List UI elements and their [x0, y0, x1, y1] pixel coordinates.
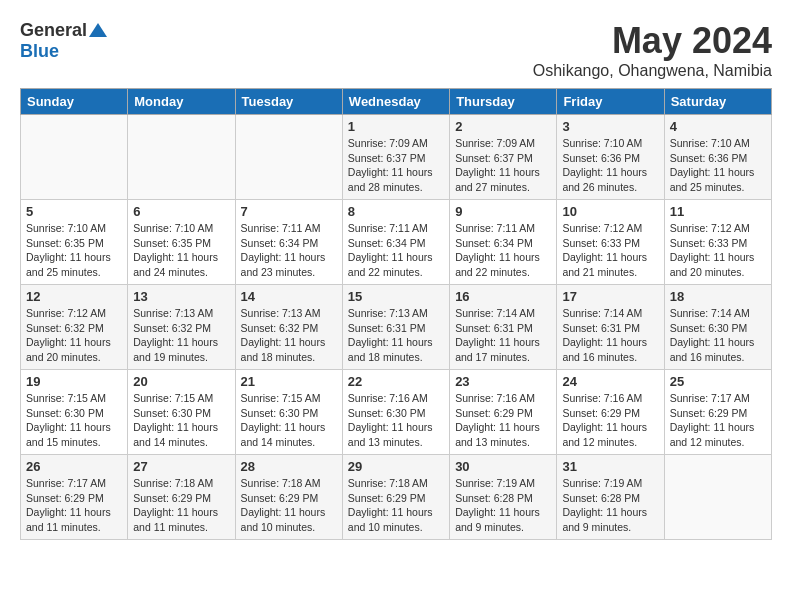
- calendar-cell: [128, 115, 235, 200]
- day-info: Sunrise: 7:17 AM Sunset: 6:29 PM Dayligh…: [26, 476, 122, 535]
- day-number: 9: [455, 204, 551, 219]
- calendar-cell: 18Sunrise: 7:14 AM Sunset: 6:30 PM Dayli…: [664, 285, 771, 370]
- logo-triangle-icon: [89, 21, 107, 39]
- logo: General Blue: [20, 20, 107, 62]
- calendar-cell: 28Sunrise: 7:18 AM Sunset: 6:29 PM Dayli…: [235, 455, 342, 540]
- location: Oshikango, Ohangwena, Namibia: [533, 62, 772, 80]
- day-info: Sunrise: 7:10 AM Sunset: 6:35 PM Dayligh…: [26, 221, 122, 280]
- weekday-header-friday: Friday: [557, 89, 664, 115]
- day-number: 11: [670, 204, 766, 219]
- day-info: Sunrise: 7:13 AM Sunset: 6:32 PM Dayligh…: [133, 306, 229, 365]
- title-area: May 2024 Oshikango, Ohangwena, Namibia: [533, 20, 772, 80]
- day-number: 23: [455, 374, 551, 389]
- day-info: Sunrise: 7:16 AM Sunset: 6:29 PM Dayligh…: [562, 391, 658, 450]
- calendar-cell: [235, 115, 342, 200]
- day-number: 7: [241, 204, 337, 219]
- day-info: Sunrise: 7:11 AM Sunset: 6:34 PM Dayligh…: [455, 221, 551, 280]
- calendar-table: SundayMondayTuesdayWednesdayThursdayFrid…: [20, 88, 772, 540]
- day-number: 6: [133, 204, 229, 219]
- weekday-header-thursday: Thursday: [450, 89, 557, 115]
- day-number: 20: [133, 374, 229, 389]
- day-number: 22: [348, 374, 444, 389]
- day-info: Sunrise: 7:12 AM Sunset: 6:33 PM Dayligh…: [670, 221, 766, 280]
- calendar-cell: 3Sunrise: 7:10 AM Sunset: 6:36 PM Daylig…: [557, 115, 664, 200]
- day-info: Sunrise: 7:19 AM Sunset: 6:28 PM Dayligh…: [455, 476, 551, 535]
- day-number: 15: [348, 289, 444, 304]
- day-info: Sunrise: 7:18 AM Sunset: 6:29 PM Dayligh…: [241, 476, 337, 535]
- weekday-header-sunday: Sunday: [21, 89, 128, 115]
- calendar-cell: 21Sunrise: 7:15 AM Sunset: 6:30 PM Dayli…: [235, 370, 342, 455]
- day-info: Sunrise: 7:14 AM Sunset: 6:31 PM Dayligh…: [562, 306, 658, 365]
- day-number: 2: [455, 119, 551, 134]
- day-number: 12: [26, 289, 122, 304]
- day-info: Sunrise: 7:17 AM Sunset: 6:29 PM Dayligh…: [670, 391, 766, 450]
- day-number: 4: [670, 119, 766, 134]
- day-number: 1: [348, 119, 444, 134]
- svg-marker-0: [89, 23, 107, 37]
- calendar-cell: 2Sunrise: 7:09 AM Sunset: 6:37 PM Daylig…: [450, 115, 557, 200]
- day-number: 26: [26, 459, 122, 474]
- day-info: Sunrise: 7:12 AM Sunset: 6:33 PM Dayligh…: [562, 221, 658, 280]
- day-number: 31: [562, 459, 658, 474]
- day-number: 27: [133, 459, 229, 474]
- calendar-cell: 1Sunrise: 7:09 AM Sunset: 6:37 PM Daylig…: [342, 115, 449, 200]
- month-year: May 2024: [533, 20, 772, 62]
- day-info: Sunrise: 7:15 AM Sunset: 6:30 PM Dayligh…: [133, 391, 229, 450]
- day-info: Sunrise: 7:19 AM Sunset: 6:28 PM Dayligh…: [562, 476, 658, 535]
- calendar-cell: 8Sunrise: 7:11 AM Sunset: 6:34 PM Daylig…: [342, 200, 449, 285]
- day-number: 29: [348, 459, 444, 474]
- day-info: Sunrise: 7:13 AM Sunset: 6:31 PM Dayligh…: [348, 306, 444, 365]
- day-info: Sunrise: 7:10 AM Sunset: 6:35 PM Dayligh…: [133, 221, 229, 280]
- calendar-cell: 11Sunrise: 7:12 AM Sunset: 6:33 PM Dayli…: [664, 200, 771, 285]
- day-info: Sunrise: 7:13 AM Sunset: 6:32 PM Dayligh…: [241, 306, 337, 365]
- weekday-header-saturday: Saturday: [664, 89, 771, 115]
- calendar-cell: 26Sunrise: 7:17 AM Sunset: 6:29 PM Dayli…: [21, 455, 128, 540]
- logo-blue-text: Blue: [20, 41, 59, 61]
- calendar-cell: 19Sunrise: 7:15 AM Sunset: 6:30 PM Dayli…: [21, 370, 128, 455]
- day-info: Sunrise: 7:16 AM Sunset: 6:30 PM Dayligh…: [348, 391, 444, 450]
- calendar-cell: 7Sunrise: 7:11 AM Sunset: 6:34 PM Daylig…: [235, 200, 342, 285]
- calendar-cell: 5Sunrise: 7:10 AM Sunset: 6:35 PM Daylig…: [21, 200, 128, 285]
- day-number: 13: [133, 289, 229, 304]
- weekday-header-monday: Monday: [128, 89, 235, 115]
- calendar-cell: 31Sunrise: 7:19 AM Sunset: 6:28 PM Dayli…: [557, 455, 664, 540]
- day-info: Sunrise: 7:09 AM Sunset: 6:37 PM Dayligh…: [455, 136, 551, 195]
- calendar-cell: 23Sunrise: 7:16 AM Sunset: 6:29 PM Dayli…: [450, 370, 557, 455]
- calendar-cell: 24Sunrise: 7:16 AM Sunset: 6:29 PM Dayli…: [557, 370, 664, 455]
- calendar-cell: 29Sunrise: 7:18 AM Sunset: 6:29 PM Dayli…: [342, 455, 449, 540]
- day-number: 17: [562, 289, 658, 304]
- day-info: Sunrise: 7:10 AM Sunset: 6:36 PM Dayligh…: [562, 136, 658, 195]
- calendar-cell: 27Sunrise: 7:18 AM Sunset: 6:29 PM Dayli…: [128, 455, 235, 540]
- calendar-cell: 6Sunrise: 7:10 AM Sunset: 6:35 PM Daylig…: [128, 200, 235, 285]
- calendar-cell: 17Sunrise: 7:14 AM Sunset: 6:31 PM Dayli…: [557, 285, 664, 370]
- day-number: 18: [670, 289, 766, 304]
- calendar-cell: 20Sunrise: 7:15 AM Sunset: 6:30 PM Dayli…: [128, 370, 235, 455]
- calendar-cell: 9Sunrise: 7:11 AM Sunset: 6:34 PM Daylig…: [450, 200, 557, 285]
- day-info: Sunrise: 7:15 AM Sunset: 6:30 PM Dayligh…: [26, 391, 122, 450]
- day-info: Sunrise: 7:12 AM Sunset: 6:32 PM Dayligh…: [26, 306, 122, 365]
- calendar-cell: 15Sunrise: 7:13 AM Sunset: 6:31 PM Dayli…: [342, 285, 449, 370]
- weekday-header-tuesday: Tuesday: [235, 89, 342, 115]
- day-number: 14: [241, 289, 337, 304]
- day-info: Sunrise: 7:18 AM Sunset: 6:29 PM Dayligh…: [348, 476, 444, 535]
- day-number: 3: [562, 119, 658, 134]
- weekday-header-wednesday: Wednesday: [342, 89, 449, 115]
- day-info: Sunrise: 7:15 AM Sunset: 6:30 PM Dayligh…: [241, 391, 337, 450]
- day-number: 8: [348, 204, 444, 219]
- calendar-cell: 22Sunrise: 7:16 AM Sunset: 6:30 PM Dayli…: [342, 370, 449, 455]
- day-number: 19: [26, 374, 122, 389]
- logo-general-text: General: [20, 20, 87, 41]
- calendar-cell: [664, 455, 771, 540]
- calendar-cell: 10Sunrise: 7:12 AM Sunset: 6:33 PM Dayli…: [557, 200, 664, 285]
- day-number: 10: [562, 204, 658, 219]
- day-number: 5: [26, 204, 122, 219]
- calendar-cell: 16Sunrise: 7:14 AM Sunset: 6:31 PM Dayli…: [450, 285, 557, 370]
- day-number: 25: [670, 374, 766, 389]
- day-info: Sunrise: 7:11 AM Sunset: 6:34 PM Dayligh…: [348, 221, 444, 280]
- day-info: Sunrise: 7:09 AM Sunset: 6:37 PM Dayligh…: [348, 136, 444, 195]
- calendar-cell: 14Sunrise: 7:13 AM Sunset: 6:32 PM Dayli…: [235, 285, 342, 370]
- calendar-cell: 30Sunrise: 7:19 AM Sunset: 6:28 PM Dayli…: [450, 455, 557, 540]
- calendar-cell: 13Sunrise: 7:13 AM Sunset: 6:32 PM Dayli…: [128, 285, 235, 370]
- day-info: Sunrise: 7:16 AM Sunset: 6:29 PM Dayligh…: [455, 391, 551, 450]
- day-info: Sunrise: 7:14 AM Sunset: 6:30 PM Dayligh…: [670, 306, 766, 365]
